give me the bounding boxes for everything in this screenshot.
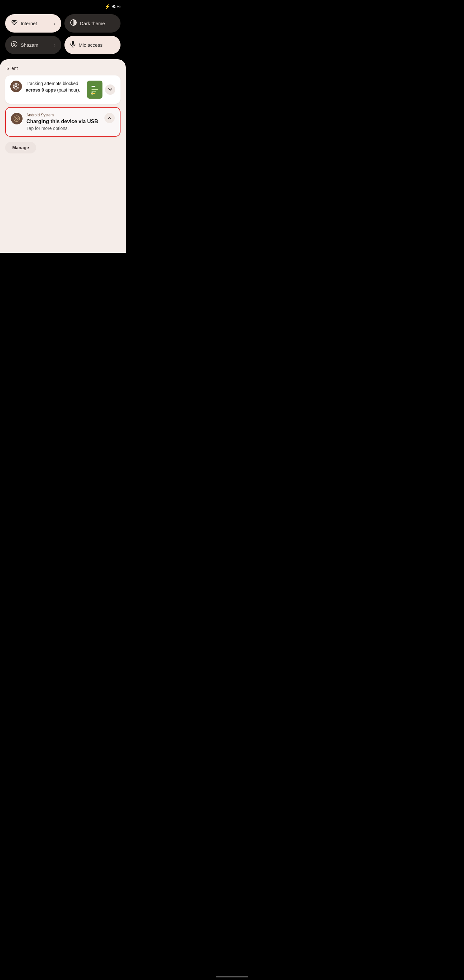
svg-rect-13 <box>92 91 96 92</box>
shazam-icon: S <box>11 41 17 49</box>
svg-text:S: S <box>13 42 16 47</box>
usb-chevron-up[interactable] <box>104 113 115 123</box>
tracking-notif-text: Tracking attempts blocked across 9 apps … <box>26 81 83 93</box>
svg-rect-10 <box>92 86 95 87</box>
notification-usb-charging[interactable]: Android System Charging this device via … <box>5 107 121 137</box>
mic-icon <box>70 41 75 49</box>
tile-shazam-chevron: › <box>54 43 56 48</box>
tracking-notif-content: Tracking attempts blocked across 9 apps … <box>26 81 83 93</box>
tile-mic-access[interactable]: Mic access <box>64 36 121 54</box>
tile-internet[interactable]: Internet › <box>5 14 61 33</box>
usb-notif-title: Charging this device via USB <box>26 119 100 124</box>
status-bar: ⚡ 95% <box>0 0 126 12</box>
battery-percent: 95% <box>111 4 121 9</box>
svg-rect-11 <box>92 88 98 88</box>
svg-point-7 <box>15 86 17 88</box>
dark-theme-icon <box>70 19 77 27</box>
battery-icon: ⚡ <box>105 4 110 9</box>
tracking-notif-actions <box>87 81 115 99</box>
svg-rect-16 <box>95 92 95 93</box>
quick-tiles-grid: Internet › Dark theme S Shazam › <box>0 12 126 59</box>
tile-shazam[interactable]: S Shazam › <box>5 36 61 54</box>
notification-tracking[interactable]: Tracking attempts blocked across 9 apps … <box>5 75 121 104</box>
usb-notif-content: Android System Charging this device via … <box>26 113 100 131</box>
tile-internet-label: Internet <box>21 21 51 26</box>
battery-indicator: ⚡ 95% <box>105 4 121 9</box>
tile-dark-theme[interactable]: Dark theme <box>64 14 121 33</box>
tracking-chevron-down[interactable] <box>105 84 115 95</box>
wifi-icon <box>11 20 17 27</box>
manage-button[interactable]: Manage <box>5 142 36 153</box>
android-system-icon <box>11 113 22 124</box>
tile-dark-theme-label: Dark theme <box>80 21 115 26</box>
svg-rect-15 <box>93 93 95 94</box>
usb-notif-app-name: Android System <box>26 113 100 117</box>
svg-rect-12 <box>92 89 98 90</box>
tile-shazam-label: Shazam <box>21 42 51 48</box>
tile-internet-chevron: › <box>54 21 56 26</box>
notification-panel: Silent Tracking attempts blocked across … <box>0 59 126 253</box>
section-silent-label: Silent <box>5 66 121 71</box>
usb-notif-body: Tap for more options. <box>26 126 100 131</box>
tracking-notif-icon <box>10 81 22 92</box>
svg-rect-3 <box>72 41 74 45</box>
tracking-thumbnail <box>87 81 102 99</box>
tile-mic-access-label: Mic access <box>79 42 115 48</box>
